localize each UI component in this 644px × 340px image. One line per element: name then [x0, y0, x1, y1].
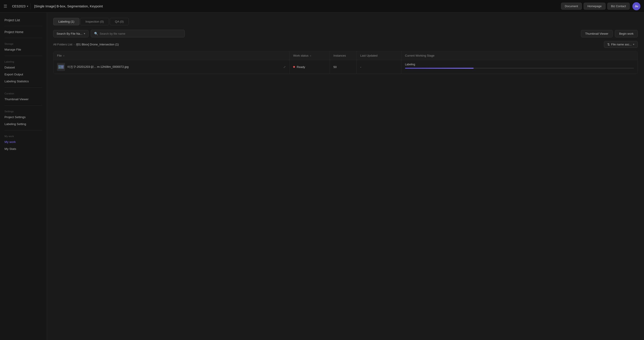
document-button[interactable]: Document — [561, 3, 582, 10]
th-file: File ≡ — [54, 51, 290, 60]
search-icon: 🔍 — [94, 32, 98, 35]
stage-label: Labeling — [405, 63, 415, 66]
top-nav: ☰ CES2023 ▾ [Single Image] B-box, Segmen… — [0, 0, 644, 12]
homepage-button[interactable]: Homepage — [584, 3, 606, 10]
td-file: 이진구-20201203-맑... m-12h08m_0000072.jpg ⤢ — [54, 60, 290, 74]
toolbar: Search By File Na... ▾ 🔍 Thumbnail Viewe… — [53, 30, 638, 37]
data-table: File ≡ Work status ≡ Instances Last Upda… — [53, 51, 638, 74]
search-input-wrap: 🔍 — [91, 30, 185, 37]
menu-icon[interactable]: ☰ — [4, 4, 7, 9]
project-selector[interactable]: CES2023 ▾ — [10, 3, 31, 10]
sidebar-item-dataset[interactable]: Dataset — [0, 64, 47, 71]
sidebar-item-manage-file[interactable]: Manage File — [0, 46, 47, 53]
sidebar-item-labeling-setting[interactable]: Labeling Setting — [0, 120, 47, 128]
td-work-status: Ready — [290, 60, 330, 74]
breadcrumb-separator: › — [74, 43, 74, 46]
chevron-down-icon: ▾ — [84, 32, 85, 35]
th-last-updated: Last Updated — [357, 51, 402, 60]
sidebar-item-project-home[interactable]: Project Home — [0, 29, 47, 35]
tab-bar: Labeling (1) Inspection (0) QA (0) — [53, 18, 638, 25]
sort-label: File name asc... — [611, 43, 632, 46]
storage-section-label: Storage — [0, 41, 47, 46]
table-row: 이진구-20201203-맑... m-12h08m_0000072.jpg ⤢… — [54, 60, 638, 74]
settings-section-label: Settings — [0, 108, 47, 114]
sort-button[interactable]: ⇅ File name asc... ▾ — [604, 41, 638, 48]
stage-progress-fill — [405, 68, 474, 69]
instances-value: 50 — [334, 65, 336, 69]
file-thumb-svg — [57, 63, 65, 71]
file-thumbnail — [57, 63, 65, 71]
last-updated-value: - — [360, 65, 361, 69]
curation-section-label: Curation — [0, 90, 47, 96]
breadcrumb-current: /[01 Bbox] Drone_Intersection (1) — [76, 43, 119, 46]
begin-work-button[interactable]: Begin work — [615, 30, 638, 37]
filter-label: Search By File Na... — [56, 32, 82, 35]
sidebar-item-export-output[interactable]: Export Output — [0, 71, 47, 78]
td-instances: 50 — [330, 60, 357, 74]
svg-rect-4 — [61, 66, 63, 68]
stage-progress-bar — [405, 68, 634, 69]
sidebar-item-my-work[interactable]: My work — [0, 138, 47, 146]
filter-icon: ≡ — [63, 54, 64, 57]
sidebar: Project List Project Home Storage Manage… — [0, 12, 47, 340]
sort-icon: ⇅ — [607, 43, 610, 46]
search-filter-button[interactable]: Search By File Na... ▾ — [53, 30, 88, 37]
breadcrumb-all-folders[interactable]: All Folders List — [53, 43, 72, 46]
project-name: CES2023 — [12, 4, 26, 8]
avatar[interactable]: Ju — [632, 2, 640, 10]
search-input[interactable] — [100, 32, 181, 35]
sidebar-item-labeling-statistics[interactable]: Labeling Statistics — [0, 78, 47, 85]
tab-labeling[interactable]: Labeling (1) — [53, 18, 80, 25]
breadcrumb-row: All Folders List › /[01 Bbox] Drone_Inte… — [53, 41, 638, 48]
th-current-working-stage: Current Working Stage — [402, 51, 638, 60]
sidebar-item-project-settings[interactable]: Project Settings — [0, 114, 47, 120]
thumbnail-viewer-button[interactable]: Thumbnail Viewer — [581, 30, 613, 37]
open-file-icon[interactable]: ⤢ — [283, 65, 286, 69]
sort-chevron-icon: ▾ — [633, 43, 634, 46]
main-layout: Project List Project Home Storage Manage… — [0, 12, 644, 340]
tab-qa[interactable]: QA (0) — [110, 18, 129, 25]
filter-icon: ≡ — [310, 54, 311, 57]
main-content: Labeling (1) Inspection (0) QA (0) Searc… — [47, 12, 644, 340]
th-instances: Instances — [330, 51, 357, 60]
mywork-section-label: My work — [0, 133, 47, 138]
status-dot — [293, 66, 295, 68]
sidebar-item-project-list[interactable]: Project List — [0, 17, 47, 23]
breadcrumb: All Folders List › /[01 Bbox] Drone_Inte… — [53, 43, 119, 46]
td-last-updated: - — [357, 60, 402, 74]
tab-inspection[interactable]: Inspection (0) — [80, 18, 109, 25]
table-header: File ≡ Work status ≡ Instances Last Upda… — [54, 51, 638, 60]
labeling-section-label: Labeling — [0, 58, 47, 64]
sidebar-item-thumbnail-viewer[interactable]: Thumbnail Viewer — [0, 96, 47, 103]
svg-rect-3 — [59, 67, 60, 68]
chevron-down-icon: ▾ — [27, 5, 28, 8]
status-text: Ready — [297, 65, 305, 69]
page-title: [Single Image] B-box, Segmentation, Keyp… — [34, 4, 561, 8]
biz-contact-button[interactable]: Biz Contact — [607, 3, 630, 10]
th-work-status: Work status ≡ — [290, 51, 330, 60]
nav-buttons: Document Homepage Biz Contact Ju — [561, 2, 640, 10]
sidebar-item-my-stats[interactable]: My Stats — [0, 146, 47, 152]
file-name: 이진구-20201203-맑... m-12h08m_0000072.jpg — [67, 65, 282, 69]
td-current-working-stage: Labeling — [402, 60, 638, 74]
